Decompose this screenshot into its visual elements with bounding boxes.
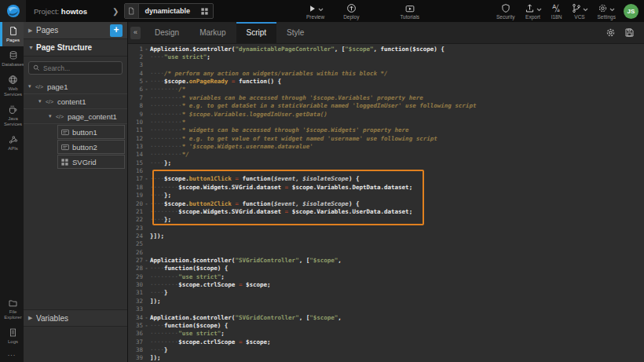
i18n-button[interactable]: AaI18N [547, 0, 567, 22]
line-number[interactable]: 39 [128, 354, 143, 361]
fold-marker[interactable]: - [143, 314, 150, 321]
line-number[interactable]: 38 [128, 346, 143, 353]
line-number[interactable]: 18 [128, 184, 143, 191]
caret-down-icon[interactable]: ▾ [49, 113, 56, 119]
settings-label: Settings [598, 14, 617, 20]
line-number[interactable]: 20 [128, 200, 143, 207]
caret-down-icon[interactable]: ▾ [28, 83, 35, 90]
line-number[interactable]: 19 [128, 192, 143, 199]
fold-marker[interactable]: - [143, 322, 150, 329]
line-number[interactable]: 37 [128, 338, 143, 346]
line-number[interactable]: 26 [128, 249, 143, 256]
collapse-panel-button[interactable]: « [130, 27, 141, 39]
fold-marker[interactable]: - [143, 257, 150, 264]
line-number[interactable]: 14 [128, 151, 143, 158]
add-page-button[interactable]: + [110, 24, 123, 37]
line-number[interactable]: 21 [128, 208, 143, 215]
line-number[interactable]: 1 [128, 46, 143, 53]
line-number[interactable]: 8 [128, 102, 143, 109]
line-number[interactable]: 34 [128, 314, 143, 321]
user-avatar[interactable]: JS [624, 4, 639, 19]
line-number[interactable]: 10 [128, 119, 143, 126]
line-number[interactable]: 3 [128, 61, 143, 68]
page-tab-dynamictable[interactable]: dynamictable [124, 3, 214, 19]
sidebar-more-button[interactable]: ... [0, 348, 24, 362]
line-number[interactable]: 25 [128, 240, 143, 247]
fold-marker[interactable]: - [143, 175, 150, 182]
export-button[interactable]: Export [520, 0, 547, 22]
fold-marker[interactable]: - [143, 46, 150, 53]
line-number[interactable]: 23 [128, 225, 143, 232]
line-number[interactable]: 13 [128, 143, 143, 150]
sidebar-item-databases[interactable]: Databases [0, 46, 24, 71]
security-button[interactable]: Security [492, 0, 519, 22]
tree-item-page_content1[interactable]: ▾</>page_content1 [24, 109, 127, 124]
line-number[interactable]: 11 [128, 126, 143, 133]
line-number[interactable]: 28 [128, 265, 143, 272]
sidebar-item-logs[interactable]: Logs [0, 324, 24, 348]
fold-marker[interactable]: - [143, 200, 150, 207]
sidebar-item-file-explorer[interactable]: File Explorer [0, 294, 24, 324]
fold-marker[interactable]: - [143, 86, 150, 93]
line-number[interactable]: 2 [128, 53, 143, 60]
line-number[interactable]: 17 [128, 175, 143, 182]
line-number[interactable]: 5 [128, 78, 143, 85]
line-number[interactable]: 7 [128, 94, 143, 101]
sidebar-item-java-services[interactable]: Java Services [0, 101, 24, 130]
tree-item-content1[interactable]: ▾</>content1 [24, 94, 127, 109]
line-number[interactable]: 33 [128, 305, 143, 313]
tree-item-page1[interactable]: ▾</>page1 [24, 79, 127, 94]
line-number[interactable]: 4 [128, 70, 143, 77]
tree-item-SVGrid[interactable]: SVGrid [24, 154, 127, 169]
line-number[interactable]: 22 [128, 216, 143, 223]
line-number[interactable]: 12 [128, 135, 143, 142]
widget-icon: </> [56, 114, 68, 119]
code-line: 39]); [128, 354, 644, 362]
preview-button[interactable]: Preview [302, 0, 329, 22]
line-number[interactable]: 15 [128, 159, 143, 166]
vcs-button[interactable]: VCS [567, 0, 593, 22]
line-number[interactable]: 32 [128, 298, 143, 305]
script-settings-gear-icon[interactable] [606, 27, 616, 38]
search-box[interactable] [28, 61, 123, 75]
tree-item-button1[interactable]: button1 [24, 124, 127, 139]
line-number[interactable]: 27 [128, 257, 143, 264]
tab-style[interactable]: Style [276, 22, 314, 43]
wavemaker-logo[interactable] [0, 0, 26, 22]
page-structure-header[interactable]: ▼ Page Structure [24, 39, 127, 57]
variables-section-header[interactable]: ▶ Variables [24, 309, 127, 327]
search-input[interactable] [43, 64, 118, 72]
save-icon[interactable] [624, 27, 635, 38]
sidebar-item-apis[interactable]: APIs [0, 130, 24, 155]
line-number[interactable]: 29 [128, 273, 143, 280]
tutorials-button[interactable]: Tutorials [395, 0, 424, 22]
tree-item-label: button2 [72, 143, 97, 152]
pages-section-header[interactable]: ▶ Pages + [24, 22, 127, 39]
tab-script[interactable]: Script [236, 22, 277, 43]
settings-button[interactable]: Settings [593, 0, 621, 22]
structure-search [24, 57, 127, 79]
line-number[interactable]: 9 [128, 111, 143, 118]
line-number[interactable]: 24 [128, 232, 143, 240]
deploy-button[interactable]: Deploy [338, 0, 364, 22]
sidebar-item-pages[interactable]: Pages [0, 22, 24, 46]
caret-down-icon[interactable]: ▾ [38, 98, 46, 104]
line-number[interactable]: 16 [128, 167, 143, 174]
tab-design[interactable]: Design [145, 22, 189, 43]
line-number[interactable]: 36 [128, 330, 143, 337]
line-number[interactable]: 6 [128, 86, 143, 93]
line-number[interactable]: 30 [128, 281, 143, 288]
sidebar-item-web-services[interactable]: Web Services [0, 71, 24, 101]
line-number[interactable]: 35 [128, 322, 143, 329]
grid-view-icon[interactable] [196, 7, 213, 16]
code-line: 12·········* e.g. to get value of text w… [128, 134, 644, 142]
line-number[interactable]: 31 [128, 289, 143, 296]
vcs-icon-row [572, 2, 588, 13]
code-editor[interactable]: 1-Application.$controller("dynamictableP… [128, 44, 644, 362]
deploy-icon [346, 3, 357, 13]
fold-marker[interactable]: - [143, 78, 150, 85]
fold-marker[interactable]: - [143, 265, 150, 272]
code-text: ····function($scope) { [150, 265, 228, 272]
tab-markup[interactable]: Markup [189, 22, 236, 43]
tree-item-button2[interactable]: button2 [24, 139, 127, 154]
